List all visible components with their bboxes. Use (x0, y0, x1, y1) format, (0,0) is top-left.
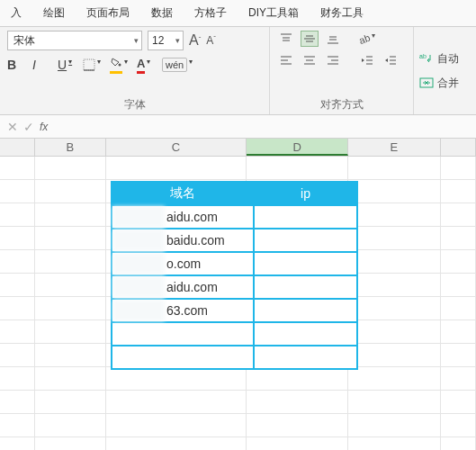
align-top-button[interactable] (277, 31, 295, 47)
td-ip[interactable] (254, 252, 357, 275)
align-center-button[interactable] (301, 52, 319, 68)
wrap-text-button[interactable]: ab 自动 (419, 51, 459, 67)
td-domain[interactable] (112, 346, 254, 369)
menu-pagelayout[interactable]: 页面布局 (83, 4, 133, 22)
fx-icon[interactable]: fx (40, 121, 48, 133)
underline-button[interactable]: U▾ (58, 58, 74, 72)
ribbon-group-wrap: ab 自动 合并 (414, 27, 464, 114)
svg-text:ab: ab (419, 53, 427, 59)
data-table: 域名 ip aidu.com baidu.com o.com aidu.com … (111, 181, 358, 370)
blur-overlay (112, 276, 165, 298)
font-size-value: 12 (152, 34, 164, 47)
menu-draw[interactable]: 绘图 (40, 4, 68, 22)
decrease-indent-button[interactable] (358, 52, 376, 68)
table-row: o.com (112, 252, 357, 275)
bold-button[interactable]: B (7, 58, 23, 72)
border-button[interactable]: ▾ (83, 58, 101, 71)
menu-diytools[interactable]: DIY工具箱 (245, 4, 302, 22)
column-headers: B C D E (0, 139, 476, 157)
fill-bucket-icon (110, 56, 122, 74)
svg-rect-0 (84, 59, 94, 70)
table-header-row: 域名 ip (112, 182, 357, 205)
chevron-down-icon: ▾ (134, 36, 141, 45)
th-ip[interactable]: ip (254, 182, 357, 205)
ribbon-group-label: 对齐方式 (277, 97, 406, 112)
font-color-button[interactable]: A▾ (137, 57, 153, 74)
blur-overlay (112, 300, 165, 321)
increase-font-icon[interactable]: Aˆ (189, 32, 201, 49)
td-ip[interactable] (254, 346, 357, 369)
decrease-font-icon[interactable]: Aˇ (206, 34, 216, 47)
font-name-value: 宋体 (13, 33, 35, 49)
col-head-blank[interactable] (0, 139, 35, 156)
td-domain[interactable]: baidu.com (112, 229, 254, 252)
formula-bar: ✕ ✓ fx (0, 115, 476, 139)
ribbon: 宋体 ▾ 12 ▾ Aˆ Aˇ B I U▾ ▾ (0, 27, 476, 115)
phonetic-button[interactable]: wén▾ (162, 58, 193, 72)
td-domain[interactable] (112, 322, 254, 346)
td-domain[interactable]: 63.com (112, 299, 254, 322)
table-row: aidu.com (112, 275, 357, 299)
table-row: aidu.com (112, 205, 357, 229)
table-row: baidu.com (112, 229, 357, 252)
td-domain[interactable]: o.com (112, 252, 254, 275)
font-name-select[interactable]: 宋体 ▾ (7, 31, 142, 50)
blur-overlay (112, 253, 165, 274)
svg-text:ab: ab (359, 32, 372, 45)
col-head-d[interactable]: D (247, 139, 348, 156)
blur-overlay (112, 206, 165, 228)
font-color-icon: A (137, 57, 145, 74)
table-row: 63.com (112, 299, 357, 322)
confirm-icon[interactable]: ✓ (23, 120, 34, 134)
border-icon (83, 58, 95, 71)
td-domain[interactable]: aidu.com (112, 275, 254, 299)
col-head-f[interactable] (441, 139, 476, 156)
ribbon-group-font: 宋体 ▾ 12 ▾ Aˆ Aˇ B I U▾ ▾ (0, 27, 270, 114)
ribbon-group-align: ab▾ 对齐方式 (270, 27, 414, 114)
italic-button[interactable]: I (32, 58, 49, 72)
svg-point-2 (119, 64, 121, 67)
phonetic-icon: wén (162, 58, 187, 72)
td-ip[interactable] (254, 275, 357, 299)
table-row (112, 346, 357, 369)
td-domain[interactable]: aidu.com (112, 205, 254, 229)
menu-insert[interactable]: 入 (7, 4, 25, 22)
td-ip[interactable] (254, 322, 357, 346)
fill-color-button[interactable]: ▾ (110, 56, 128, 74)
align-right-button[interactable] (324, 52, 342, 68)
align-bottom-button[interactable] (324, 31, 342, 47)
cancel-icon[interactable]: ✕ (7, 120, 18, 134)
menu-finance[interactable]: 财务工具 (317, 4, 367, 22)
menu-data[interactable]: 数据 (148, 4, 176, 22)
td-ip[interactable] (254, 299, 357, 322)
worksheet: B C D E 域名 ip aidu.com baidu.com (0, 139, 476, 450)
orientation-button[interactable]: ab▾ (358, 31, 376, 47)
td-ip[interactable] (254, 229, 357, 252)
font-size-select[interactable]: 12 ▾ (148, 31, 184, 50)
col-head-b[interactable]: B (35, 139, 105, 156)
increase-indent-button[interactable] (382, 52, 400, 68)
menu-bar: 入 绘图 页面布局 数据 方格子 DIY工具箱 财务工具 (0, 0, 476, 27)
ribbon-group-label: 字体 (7, 97, 262, 112)
merge-icon (419, 76, 434, 89)
align-left-button[interactable] (277, 52, 295, 68)
col-head-e[interactable]: E (348, 139, 441, 156)
chevron-down-icon: ▾ (175, 36, 183, 45)
col-head-c[interactable]: C (106, 139, 247, 156)
menu-fanggezi[interactable]: 方格子 (191, 4, 230, 22)
blur-overlay (112, 230, 165, 251)
th-domain[interactable]: 域名 (112, 182, 254, 205)
formula-input[interactable] (53, 118, 476, 136)
align-middle-button[interactable] (301, 31, 319, 47)
wrap-text-icon: ab (419, 52, 434, 65)
merge-cells-button[interactable]: 合并 (419, 76, 459, 91)
td-ip[interactable] (254, 205, 357, 229)
table-row (112, 322, 357, 346)
